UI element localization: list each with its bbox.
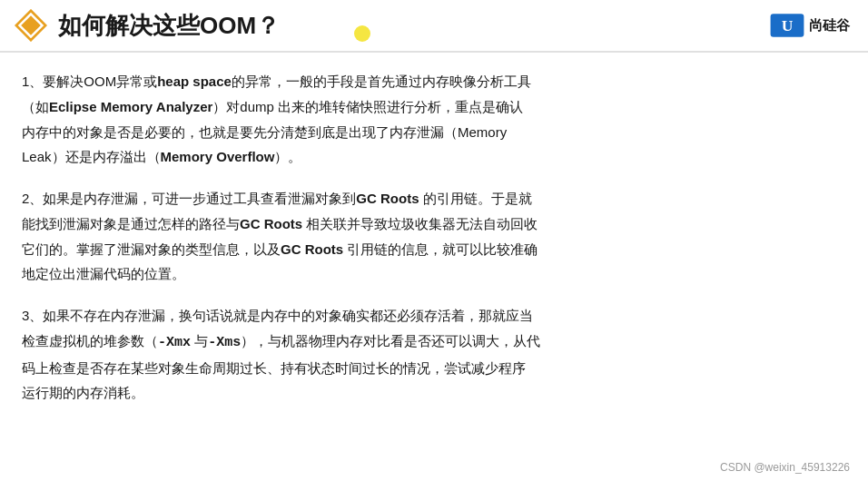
brand-icon: U: [769, 11, 805, 40]
p1-text-5: 内存中的对象是否是必要的，也就是要先分清楚到底是出现了内存泄漏（Memory: [22, 124, 507, 140]
p2-text-2: 的引用链。于是就: [419, 191, 532, 206]
p3-text-1: 3、如果不存在内存泄漏，换句话说就是内存中的对象确实都还必须存活着，那就应当: [22, 308, 533, 323]
header: 如何解决这些OOM？ U 尚硅谷: [0, 0, 868, 53]
svg-text:U: U: [782, 16, 794, 34]
p1-text-7: ）。: [274, 149, 301, 164]
p2-text-1: 2、如果是内存泄漏，可进一步通过工具查看泄漏对象到: [22, 191, 356, 206]
brand-logo: U 尚硅谷: [769, 11, 850, 40]
p1-text-2: 的异常，一般的手段是首先通过内存映像分析工具: [232, 74, 531, 89]
p2-gc-roots-1: GC Roots: [356, 191, 419, 206]
p2-gc-roots-2: GC Roots: [240, 216, 302, 231]
p1-memory-overflow: Memory Overflow: [161, 149, 275, 164]
p1-text-4: ）对dump 出来的堆转储快照进行分析，重点是确认: [212, 99, 523, 114]
p1-heap-space: heap space: [157, 74, 232, 89]
cursor-indicator: [354, 25, 370, 42]
p1-text-1: 1、要解决OOM异常或: [22, 74, 157, 89]
p2-gc-roots-3: GC Roots: [281, 241, 343, 257]
p2-text-5: 它们的。掌握了泄漏对象的类型信息，以及: [22, 241, 281, 257]
p2-text-3: 能找到泄漏对象是通过怎样的路径与: [22, 216, 240, 231]
paragraph-2: 2、如果是内存泄漏，可进一步通过工具查看泄漏对象到GC Roots 的引用链。于…: [22, 186, 846, 287]
p3-xms: -Xms: [208, 335, 241, 350]
p3-xmx: -Xmx: [158, 335, 191, 350]
diamond-logo-icon: [15, 9, 47, 42]
brand-name: 尚硅谷: [809, 17, 850, 34]
p1-text-3: （如: [22, 99, 49, 114]
p2-text-6: 引用链的信息，就可以比较准确: [343, 241, 538, 257]
main-content: 1、要解决OOM异常或heap space的异常，一般的手段是首先通过内存映像分…: [0, 53, 868, 433]
p1-eclipse-memory: Eclipse Memory Analyzer: [49, 99, 212, 114]
p3-text-3: 与: [191, 333, 208, 348]
footer-watermark: CSDN @weixin_45913226: [720, 461, 850, 474]
p1-text-6: Leak）还是内存溢出（: [22, 149, 161, 164]
page-container: 如何解决这些OOM？ U 尚硅谷 1、要解决OOM异常或heap space的异…: [0, 0, 868, 481]
p2-text-4: 相关联并导致垃圾收集器无法自动回收: [302, 216, 538, 231]
paragraph-3: 3、如果不存在内存泄漏，换句话说就是内存中的对象确实都还必须存活着，那就应当 检…: [22, 303, 846, 406]
paragraph-1: 1、要解决OOM异常或heap space的异常，一般的手段是首先通过内存映像分…: [22, 69, 846, 170]
p3-text-5: 码上检查是否存在某些对象生命周期过长、持有状态时间过长的情况，尝试减少程序: [22, 360, 526, 376]
p3-text-4: ），与机器物理内存对比看是否还可以调大，从代: [241, 333, 540, 348]
p3-text-2: 检查虚拟机的堆参数（: [22, 333, 158, 348]
p2-text-7: 地定位出泄漏代码的位置。: [22, 266, 185, 281]
p3-text-6: 运行期的内存消耗。: [22, 385, 144, 400]
page-title: 如何解决这些OOM？: [58, 10, 769, 42]
